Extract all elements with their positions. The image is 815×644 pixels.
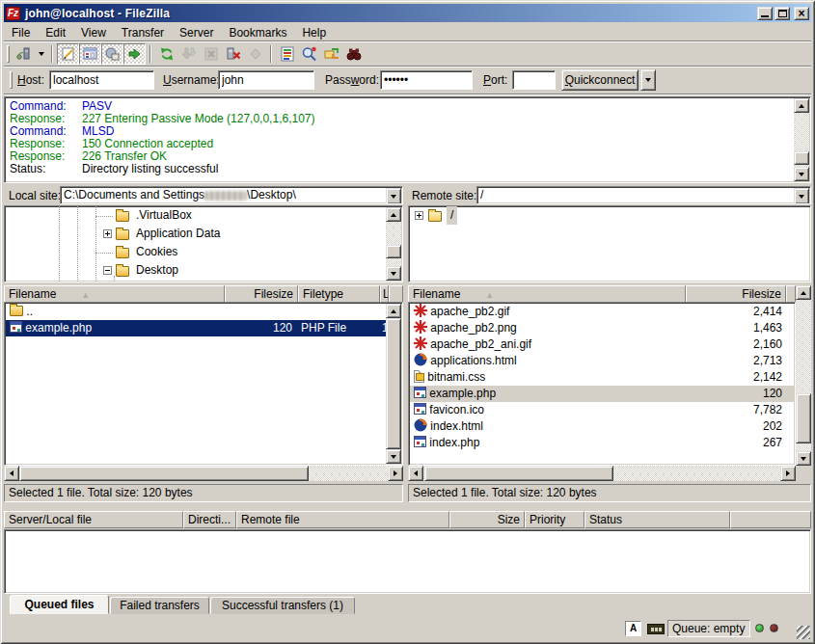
scroll-down-button[interactable]: [794, 167, 809, 181]
host-input[interactable]: [49, 70, 154, 90]
toggle-message-log-button[interactable]: [57, 43, 79, 65]
tree-connector: [95, 216, 113, 217]
scroll-up-button[interactable]: [794, 98, 809, 113]
toggle-remote-tree-button[interactable]: [101, 43, 123, 65]
remote-list-scroll-thumb[interactable]: [796, 393, 811, 443]
log-scroll-thumb[interactable]: [794, 151, 809, 165]
process-queue-button[interactable]: [177, 43, 200, 65]
collapse-minus-icon[interactable]: [103, 266, 112, 275]
remote-row[interactable]: favicon.ico 7,782: [410, 402, 794, 418]
cancel-button[interactable]: [200, 43, 222, 65]
scroll-up-button[interactable]: [386, 207, 401, 222]
synchronized-browsing-button[interactable]: [320, 43, 342, 65]
disconnect-button[interactable]: [222, 43, 244, 65]
remote-row-selected[interactable]: example.php 120: [410, 386, 794, 402]
remote-row[interactable]: applications.html 2,713: [410, 353, 794, 369]
remote-hscroll-thumb[interactable]: [424, 466, 613, 481]
quickconnect-grip[interactable]: [10, 71, 13, 89]
column-header-direction[interactable]: Directi...: [183, 511, 236, 528]
resize-grip[interactable]: [797, 626, 810, 639]
tree-item-desktop[interactable]: Desktop: [5, 261, 385, 280]
title-bar[interactable]: Fz john@localhost - FileZilla ×: [4, 4, 811, 22]
menu-edit[interactable]: Edit: [38, 25, 73, 40]
sort-ascending-icon: ▲: [485, 290, 494, 300]
scroll-down-button[interactable]: [796, 451, 811, 466]
column-header-filetype[interactable]: Filetype: [298, 285, 380, 303]
local-hscroll-thumb[interactable]: [19, 466, 309, 481]
toggle-local-tree-button[interactable]: [79, 43, 101, 65]
expand-plus-icon[interactable]: [103, 229, 112, 238]
toggle-queue-button[interactable]: [123, 43, 146, 65]
menu-view[interactable]: View: [73, 25, 114, 40]
column-header-status[interactable]: Status: [584, 511, 730, 528]
site-manager-dropdown[interactable]: [35, 43, 47, 65]
minimize-button[interactable]: [757, 7, 773, 20]
local-site-combo[interactable]: C:\Documents and Settings\Desktop\: [60, 186, 403, 204]
menu-file[interactable]: File: [4, 25, 38, 40]
local-list-scroll-thumb[interactable]: [386, 318, 401, 449]
tree-item-virtualbox[interactable]: .VirtualBox: [5, 206, 385, 225]
scroll-right-button[interactable]: [388, 466, 403, 481]
tab-successful-transfers[interactable]: Successful transfers (1): [210, 597, 355, 614]
tab-queued-files[interactable]: Queued files: [10, 595, 109, 614]
local-tree: .VirtualBox Application Data Cookies Des…: [4, 205, 403, 282]
local-tree-scroll-thumb[interactable]: [386, 245, 401, 258]
remote-row[interactable]: index.php 267: [410, 435, 794, 451]
filter-button[interactable]: [276, 43, 298, 65]
speed-limits-icon[interactable]: [647, 624, 665, 634]
scroll-left-button[interactable]: [408, 466, 423, 481]
site-manager-button[interactable]: [13, 43, 35, 65]
username-input[interactable]: [218, 70, 314, 90]
remote-site-dropdown[interactable]: [794, 188, 809, 204]
tree-item-cookies[interactable]: Cookies: [5, 243, 385, 261]
local-site-dropdown[interactable]: [386, 188, 401, 204]
column-header-priority[interactable]: Priority: [525, 511, 584, 528]
quickconnect-button[interactable]: Quickconnect: [561, 69, 638, 91]
tree-item-application-data[interactable]: Application Data: [5, 225, 385, 243]
directory-comparison-button[interactable]: [298, 43, 320, 65]
remote-row[interactable]: apache_pb2.png 1,463: [410, 320, 794, 336]
column-header-lastmodified[interactable]: L: [380, 285, 389, 303]
scroll-down-button[interactable]: [386, 266, 401, 281]
close-button[interactable]: ×: [794, 7, 809, 20]
apache-image-icon: [414, 304, 427, 317]
find-files-button[interactable]: [342, 43, 365, 65]
column-header-filename[interactable]: Filename▲: [4, 285, 225, 303]
remote-row[interactable]: apache_pb2.gif 2,414: [410, 304, 794, 320]
local-row-example-php[interactable]: example.php 120 PHP File 1: [6, 320, 388, 336]
remote-site-combo[interactable]: /: [476, 186, 811, 204]
transfer-type-indicator-icon[interactable]: A: [625, 621, 641, 636]
port-input[interactable]: [512, 70, 556, 90]
queue-list[interactable]: [4, 529, 811, 594]
scroll-down-button[interactable]: [386, 449, 401, 464]
scroll-left-button[interactable]: [4, 466, 19, 481]
quickconnect-dropdown[interactable]: [640, 69, 656, 91]
filename-cell: apache_pb2_ani.gif: [430, 337, 531, 351]
tree-item-root[interactable]: /: [409, 206, 808, 225]
remote-row[interactable]: apache_pb2_ani.gif 2,160: [410, 336, 794, 353]
menu-transfer[interactable]: Transfer: [114, 25, 172, 40]
column-header-size[interactable]: Size: [449, 511, 525, 528]
column-header-server-local-file[interactable]: Server/Local file: [4, 511, 183, 528]
refresh-button[interactable]: [155, 43, 177, 65]
remote-row[interactable]: bitnami.css 2,142: [410, 369, 794, 386]
scroll-right-button[interactable]: [780, 466, 796, 481]
tab-failed-transfers[interactable]: Failed transfers: [110, 597, 209, 614]
column-header-filename[interactable]: Filename▲: [408, 285, 686, 303]
reconnect-button[interactable]: [244, 43, 266, 65]
menu-bookmarks[interactable]: Bookmarks: [221, 25, 294, 40]
menu-help[interactable]: Help: [294, 25, 334, 40]
password-input[interactable]: [380, 70, 473, 90]
scroll-up-button[interactable]: [796, 285, 811, 300]
scroll-up-button[interactable]: [386, 304, 401, 318]
column-header-filesize[interactable]: Filesize: [686, 285, 786, 303]
expand-plus-icon[interactable]: [415, 211, 423, 220]
maximize-icon: [778, 10, 787, 17]
column-header-remote-file[interactable]: Remote file: [236, 511, 449, 528]
menu-server[interactable]: Server: [172, 25, 221, 40]
column-header-filesize[interactable]: Filesize: [225, 285, 298, 303]
toolbar-grip[interactable]: [7, 45, 10, 63]
remote-row[interactable]: index.html 202: [410, 418, 794, 435]
local-row-parent[interactable]: ..: [6, 304, 388, 320]
maximize-button[interactable]: [774, 7, 790, 20]
